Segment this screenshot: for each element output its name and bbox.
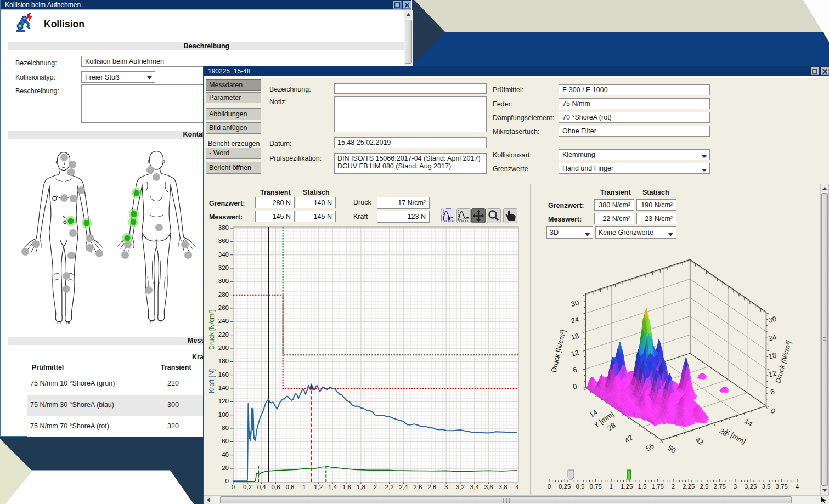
- svg-text:14: 14: [588, 408, 599, 420]
- svg-text:56: 56: [666, 444, 677, 455]
- svg-text:28: 28: [606, 421, 617, 433]
- svg-text:18: 18: [570, 332, 580, 342]
- svg-text:30: 30: [570, 298, 580, 308]
- svg-text:42: 42: [623, 433, 634, 445]
- svg-text:Druck [N/cm²]: Druck [N/cm²]: [549, 329, 567, 373]
- svg-text:30: 30: [768, 315, 777, 325]
- svg-text:24: 24: [768, 333, 777, 343]
- svg-text:42: 42: [694, 435, 705, 446]
- svg-text:14: 14: [743, 417, 754, 428]
- svg-text:X [mm]: X [mm]: [724, 427, 747, 446]
- svg-text:0: 0: [769, 406, 777, 416]
- svg-text:18: 18: [768, 351, 777, 361]
- svg-text:0: 0: [572, 382, 578, 390]
- svg-text:24: 24: [570, 315, 580, 325]
- svg-text:Druck [N/cm²]: Druck [N/cm²]: [774, 339, 793, 384]
- svg-text:56: 56: [644, 441, 655, 453]
- svg-text:12: 12: [570, 348, 580, 358]
- svg-text:6: 6: [770, 387, 776, 396]
- svg-text:6: 6: [572, 365, 578, 374]
